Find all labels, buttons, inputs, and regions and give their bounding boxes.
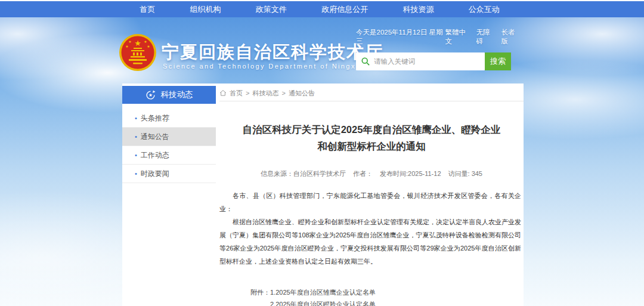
attachments-block: 附件： 1.2025年度自治区雏鹰企业认定名单 2.2025年度自治区瞪羚企业认…: [250, 287, 524, 306]
svg-text:★: ★: [144, 40, 147, 44]
sidebar-item-label: 通知公告: [141, 132, 169, 141]
article-panel: 首页 > 科技动态 > 通知公告 自治区科技厅关于认定2025年度自治区雏鹰企业…: [219, 84, 524, 306]
article-body: 各市、县（区）科技管理部门，宁东能源化工基地管委会，银川经济技术开发区管委会，各…: [219, 189, 524, 268]
nav-item-policy-documents[interactable]: 政策文件: [256, 1, 287, 17]
svg-text:★: ★: [148, 92, 153, 98]
sidebar-header: ★ 科技动态: [122, 86, 216, 104]
current-date-text: 今天是2025年11月12日 星期三: [356, 28, 445, 46]
breadcrumb-notices[interactable]: 通知公告: [289, 89, 315, 98]
attachments-label: 附件：: [250, 287, 270, 306]
attachments-list: 1.2025年度自治区雏鹰企业认定名单 2.2025年度自治区瞪羚企业认定名单 …: [270, 287, 395, 306]
svg-text:★: ★: [147, 45, 150, 48]
emblem-icon: ★ ★ ★ ★ ★: [119, 33, 157, 72]
meta-publish-time: 发布时间:2025-11-12: [380, 170, 441, 177]
search-bar: 搜索: [356, 52, 511, 70]
sidebar-item-current-politics[interactable]: •时政要闻: [122, 165, 216, 183]
sidebar-item-headline-picks[interactable]: •头条推荐: [122, 109, 216, 128]
sidebar-item-work-updates[interactable]: •工作动态: [122, 146, 216, 165]
breadcrumb-sci-tech-news[interactable]: 科技动态: [252, 89, 278, 98]
site-title: 宁夏回族自治区科学技术厅: [162, 41, 383, 64]
breadcrumb-home[interactable]: 首页: [230, 89, 243, 98]
national-emblem-logo[interactable]: ★ ★ ★ ★ ★: [119, 33, 157, 72]
breadcrumb-separator: >: [246, 89, 249, 97]
svg-text:★: ★: [134, 39, 141, 48]
top-nav-items: 首页 组织机构 政策文件 政府信息公开 科技资源 公众互动: [122, 1, 517, 17]
meta-views: 访问量: 345: [448, 170, 482, 177]
article-paragraph: 根据自治区雏鹰企业、瞪羚企业和创新型标杆企业认定管理有关规定，决定认定半亩良人农…: [219, 215, 521, 268]
bullet-icon: •: [135, 115, 137, 122]
sidebar-item-label: 时政要闻: [141, 169, 169, 178]
bullet-icon: •: [135, 133, 137, 140]
article-title-line2: 和创新型标杆企业的通知: [219, 138, 524, 154]
article-title-line1: 自治区科技厅关于认定2025年度自治区雏鹰企业、瞪羚企业: [219, 121, 524, 138]
search-icon: [361, 57, 370, 66]
page: 首页 组织机构 政策文件 政府信息公开 科技资源 公众互动 ★ ★ ★ ★ ★: [0, 0, 644, 306]
nav-item-organization[interactable]: 组织机构: [190, 1, 221, 17]
nav-item-sci-tech-resources[interactable]: 科技资源: [402, 1, 434, 17]
sidebar-item-label: 头条推荐: [141, 114, 169, 122]
meta-author: 作者：: [353, 170, 373, 177]
site-subtitle: Science and Technology Department of Nin…: [163, 63, 364, 70]
breadcrumb-separator: >: [281, 89, 285, 97]
breadcrumb: 首页 > 科技动态 > 通知公告: [219, 85, 524, 101]
attachment-link-eagle-list[interactable]: 1.2025年度自治区雏鹰企业认定名单: [270, 287, 395, 299]
sidebar-menu: •头条推荐 •通知公告 •工作动态 •时政要闻: [122, 109, 216, 183]
header-right: 今天是2025年11月12日 星期三 繁體中文 无障碍 长者版 搜索: [356, 28, 521, 70]
content-area: ★ 科技动态 •头条推荐 •通知公告 •工作动态 •时政要闻: [122, 84, 524, 306]
nav-item-public-interaction[interactable]: 公众互动: [469, 1, 500, 17]
svg-text:★: ★: [128, 40, 131, 44]
meta-source: 信息来源：自治区科学技术厅: [261, 170, 346, 177]
home-icon: [219, 89, 227, 97]
article-paragraph: 各市、县（区）科技管理部门，宁东能源化工基地管委会，银川经济技术开发区管委会，各…: [219, 189, 521, 215]
search-input[interactable]: [374, 58, 485, 65]
bullet-icon: •: [135, 170, 137, 177]
quick-links: 繁體中文 无障碍 长者版: [445, 28, 521, 46]
sidebar: ★ 科技动态 •头条推荐 •通知公告 •工作动态 •时政要闻: [122, 84, 216, 183]
link-accessibility[interactable]: 无障碍: [476, 28, 496, 46]
bullet-icon: •: [135, 152, 137, 159]
nav-item-gov-info-disclosure[interactable]: 政府信息公开: [321, 1, 368, 17]
search-box: [356, 52, 485, 70]
link-elderly-version[interactable]: 长者版: [501, 28, 521, 46]
sidebar-title: 科技动态: [161, 89, 193, 100]
link-traditional-chinese[interactable]: 繁體中文: [445, 28, 470, 46]
nav-item-home[interactable]: 首页: [140, 1, 155, 17]
sidebar-item-label: 工作动态: [141, 151, 169, 159]
attachment-link-gazelle-list[interactable]: 2.2025年度自治区瞪羚企业认定名单: [270, 299, 395, 306]
svg-text:★: ★: [125, 45, 128, 48]
article-title: 自治区科技厅关于认定2025年度自治区雏鹰企业、瞪羚企业 和创新型标杆企业的通知: [219, 121, 524, 154]
search-button[interactable]: 搜索: [485, 52, 511, 70]
sci-tech-news-icon: ★: [145, 90, 156, 100]
article-meta: 信息来源：自治区科学技术厅作者：发布时间:2025-11-12访问量: 345: [219, 169, 524, 178]
top-nav-bar: 首页 组织机构 政策文件 政府信息公开 科技资源 公众互动: [0, 1, 644, 17]
sidebar-item-notices[interactable]: •通知公告: [122, 128, 216, 146]
